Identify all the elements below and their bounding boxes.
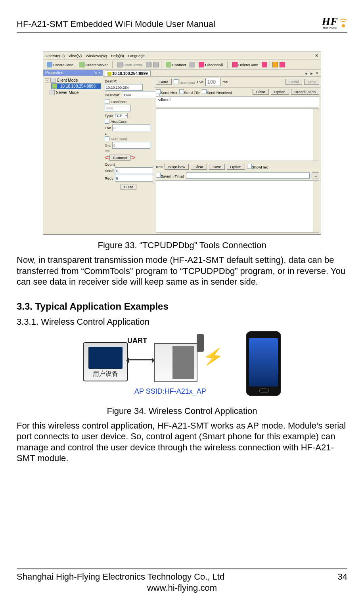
- wifi-module-icon: [154, 343, 197, 382]
- send-textarea[interactable]: sdfasdf: [156, 96, 319, 107]
- user-device-icon: 用户设备: [83, 342, 128, 381]
- tab-controls[interactable]: ◂ ▸ ×: [305, 71, 319, 76]
- menu-view[interactable]: View(V): [69, 54, 82, 58]
- type-select[interactable]: TCP: [114, 113, 128, 118]
- page-header: HF-A21-SMT Embedded WiFi Module User Man…: [17, 12, 347, 33]
- stopshow-button[interactable]: StopShow: [165, 164, 189, 170]
- savepath-input[interactable]: [186, 172, 309, 179]
- showhex-checkbox[interactable]: [247, 164, 252, 168]
- destip-input[interactable]: [105, 84, 143, 91]
- logo-text: HF: [322, 15, 338, 27]
- atuosend-label: AtuoSend: [178, 80, 195, 85]
- figure34-diagram: 用户设备 UART ⚡ AP SSID:HF-A21x_AP: [83, 331, 281, 400]
- uart-label: UART: [127, 337, 147, 345]
- connection-tree: −Client Mode 10.10.100.254:8899 Server M…: [43, 76, 103, 97]
- connect-button[interactable]: Connect: [164, 61, 188, 68]
- menu-windows[interactable]: Windows(W): [86, 54, 107, 58]
- connect-highlight-icon: Connect: [105, 155, 135, 159]
- send-eve-input: [205, 78, 220, 86]
- sendfile-checkbox[interactable]: [179, 89, 184, 94]
- page-number: 34: [338, 572, 347, 582]
- toolbar-icon[interactable]: [190, 62, 195, 67]
- destport-label: DestPort:: [105, 93, 121, 97]
- hf-logo: HF High-Flying: [322, 15, 347, 29]
- wifi-icon: [339, 18, 347, 27]
- properties-title: Properties⇲ ×: [43, 70, 103, 76]
- count-label: Count: [105, 162, 152, 167]
- createserver-button[interactable]: CreateServer: [77, 61, 110, 68]
- send-toolbar: Send AtuoSend Eve ms Serial Stop: [154, 77, 321, 88]
- atuoconn-checkbox[interactable]: [105, 119, 109, 124]
- destip-label: DestIP:: [105, 79, 152, 83]
- eve1-input: [112, 124, 150, 131]
- tab-strip: 10.10.100.254:8899 ◂ ▸ ×: [103, 70, 321, 77]
- localport-checkbox[interactable]: [105, 99, 109, 104]
- tree-endpoint[interactable]: 10.10.100.254:8899: [51, 83, 101, 89]
- figure33-caption: Figure 33. “TCPUDPDbg” Tools Connection: [17, 240, 347, 251]
- broadoption-button[interactable]: BroadOption: [291, 89, 319, 95]
- startserver-button[interactable]: StartServer: [115, 61, 144, 68]
- uart-arrow-icon: [127, 359, 153, 360]
- rec-save-button[interactable]: Save: [209, 164, 225, 170]
- tree-client-mode[interactable]: −Client Mode: [45, 77, 101, 83]
- rec-label: Rec: [156, 165, 163, 169]
- recvcount-input[interactable]: [115, 175, 153, 182]
- rec-clear-button[interactable]: Clear: [191, 164, 207, 170]
- saveintime-label: Save(In Time): [161, 174, 184, 178]
- send-toolbar-2: Send Hex Send File Send Received Clear O…: [154, 88, 321, 96]
- connection-form: DestIP: DestPort: LocalPort Type TCP Atu…: [103, 77, 154, 234]
- sendcount-input[interactable]: [115, 167, 153, 174]
- type-label: Type: [105, 113, 113, 118]
- document-title: HF-A21-SMT Embedded WiFi Module User Man…: [17, 19, 215, 29]
- scrollbar[interactable]: [313, 109, 319, 161]
- rec-option-button[interactable]: Option: [227, 164, 245, 170]
- paragraph-2: For this wireless control application, H…: [17, 420, 347, 464]
- form-connect-button[interactable]: Connect: [109, 155, 130, 161]
- toolbar-icon[interactable]: [146, 62, 151, 67]
- disconnall-button[interactable]: DisconnAll: [197, 61, 225, 68]
- connection-tab[interactable]: 10.10.100.254:8899: [105, 71, 151, 76]
- toolbar-icon[interactable]: [272, 62, 278, 67]
- toolbar-icon[interactable]: [262, 62, 267, 67]
- deleteconn-button[interactable]: DeleteConn: [230, 61, 260, 68]
- eve2-input: [112, 142, 150, 149]
- showhex-label: ShowHex: [252, 165, 268, 169]
- toolbar-icon[interactable]: [153, 62, 159, 67]
- sendhex-checkbox[interactable]: [156, 89, 161, 94]
- stop-button: Stop: [304, 79, 319, 85]
- menu-language[interactable]: Language: [128, 54, 145, 58]
- form-clear-button[interactable]: Clear: [121, 184, 137, 190]
- autosend-label: AutoSend: [111, 137, 127, 141]
- send-clear-button[interactable]: Clear: [253, 89, 269, 95]
- section-heading: 3.3. Typical Application Examples: [17, 301, 347, 312]
- sendreceived-checkbox[interactable]: [202, 89, 207, 94]
- atuoconn-label: AtuoConn: [111, 119, 127, 124]
- menubar: Operate(O) View(V) Windows(W) Help(H) La…: [43, 52, 321, 60]
- send-option-button[interactable]: Option: [271, 89, 289, 95]
- smartphone-icon: [246, 331, 281, 396]
- menu-help[interactable]: Help(H): [111, 54, 124, 58]
- sendhex-label: Send Hex: [161, 90, 177, 95]
- createconn-button[interactable]: CreateConn: [45, 61, 75, 68]
- savepath-browse-button[interactable]: …: [312, 172, 320, 178]
- footer-company: Shanghai High-Flying Electronics Technol…: [17, 572, 224, 582]
- send-log-area[interactable]: [156, 108, 319, 161]
- send-button[interactable]: Send: [156, 79, 172, 85]
- properties-panel: Properties⇲ × −Client Mode 10.10.100.254…: [43, 70, 103, 234]
- scrollbar[interactable]: [313, 181, 319, 233]
- atuosend-checkbox[interactable]: [174, 79, 178, 84]
- toolbar-icon[interactable]: [280, 62, 285, 67]
- tree-server-mode[interactable]: Server Mode: [45, 90, 101, 96]
- eve2-unit: ms: [105, 149, 110, 153]
- wireless-link-icon: ⚡: [202, 346, 224, 367]
- menu-operate[interactable]: Operate(O): [46, 54, 65, 58]
- sendcount-label: Send: [105, 168, 113, 173]
- saveintime-checkbox[interactable]: [156, 173, 161, 178]
- tcpudpdbg-window: Operate(O) View(V) Windows(W) Help(H) La…: [43, 52, 321, 235]
- figure34-caption: Figure 34. Wireless Control Application: [17, 406, 347, 416]
- eve-unit: s: [105, 131, 107, 136]
- window-close-icon[interactable]: ×: [315, 54, 318, 57]
- receive-textarea[interactable]: [156, 180, 319, 233]
- logo-subtext: High-Flying: [322, 26, 338, 29]
- page-footer: Shanghai High-Flying Electronics Technol…: [17, 569, 347, 593]
